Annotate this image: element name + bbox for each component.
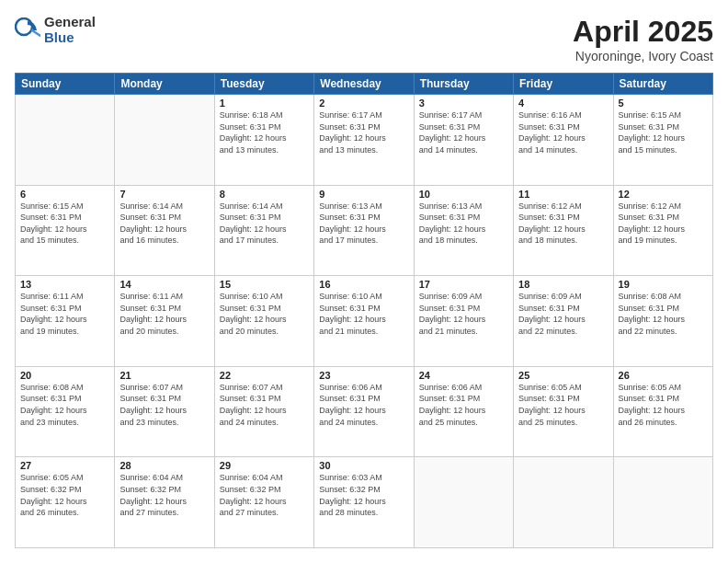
calendar-table: SundayMondayTuesdayWednesdayThursdayFrid… — [15, 73, 713, 548]
day-number: 11 — [518, 189, 608, 200]
calendar-cell: 25Sunrise: 6:05 AM Sunset: 6:31 PM Dayli… — [514, 366, 613, 457]
title-block: April 2025 Nyoroninge, Ivory Coast — [573, 15, 713, 63]
day-info: Sunrise: 6:10 AM Sunset: 6:31 PM Dayligh… — [220, 291, 309, 337]
calendar-header-tuesday: Tuesday — [214, 74, 313, 95]
logo-text: General Blue — [44, 15, 96, 45]
calendar-cell: 3Sunrise: 6:17 AM Sunset: 6:31 PM Daylig… — [414, 95, 513, 186]
calendar-cell: 22Sunrise: 6:07 AM Sunset: 6:31 PM Dayli… — [214, 366, 313, 457]
calendar-cell: 12Sunrise: 6:12 AM Sunset: 6:31 PM Dayli… — [613, 185, 712, 276]
day-number: 17 — [419, 279, 508, 290]
calendar-week-0: 1Sunrise: 6:18 AM Sunset: 6:31 PM Daylig… — [16, 95, 713, 186]
calendar-cell: 2Sunrise: 6:17 AM Sunset: 6:31 PM Daylig… — [314, 95, 414, 186]
day-info: Sunrise: 6:11 AM Sunset: 6:31 PM Dayligh… — [119, 291, 209, 337]
calendar-cell: 6Sunrise: 6:15 AM Sunset: 6:31 PM Daylig… — [16, 185, 115, 276]
day-number: 16 — [319, 279, 408, 290]
day-number: 14 — [119, 279, 209, 290]
day-number: 1 — [220, 98, 309, 109]
calendar-week-1: 6Sunrise: 6:15 AM Sunset: 6:31 PM Daylig… — [16, 185, 713, 276]
calendar-cell: 9Sunrise: 6:13 AM Sunset: 6:31 PM Daylig… — [314, 185, 414, 276]
day-info: Sunrise: 6:14 AM Sunset: 6:31 PM Dayligh… — [119, 201, 209, 247]
calendar-cell: 30Sunrise: 6:03 AM Sunset: 6:32 PM Dayli… — [314, 457, 414, 548]
day-info: Sunrise: 6:03 AM Sunset: 6:32 PM Dayligh… — [319, 472, 408, 518]
day-info: Sunrise: 6:12 AM Sunset: 6:31 PM Dayligh… — [518, 201, 608, 247]
day-info: Sunrise: 6:15 AM Sunset: 6:31 PM Dayligh… — [20, 201, 109, 247]
day-info: Sunrise: 6:04 AM Sunset: 6:32 PM Dayligh… — [220, 472, 309, 518]
day-info: Sunrise: 6:08 AM Sunset: 6:31 PM Dayligh… — [20, 382, 109, 428]
day-number: 18 — [518, 279, 608, 290]
day-number: 10 — [419, 189, 508, 200]
calendar-header-saturday: Saturday — [613, 74, 712, 95]
calendar-cell: 29Sunrise: 6:04 AM Sunset: 6:32 PM Dayli… — [214, 457, 313, 548]
day-number: 13 — [20, 279, 109, 290]
day-info: Sunrise: 6:05 AM Sunset: 6:31 PM Dayligh… — [619, 382, 708, 428]
calendar-header-sunday: Sunday — [16, 74, 115, 95]
calendar-cell: 11Sunrise: 6:12 AM Sunset: 6:31 PM Dayli… — [514, 185, 613, 276]
calendar-cell: 27Sunrise: 6:05 AM Sunset: 6:32 PM Dayli… — [16, 457, 115, 548]
day-info: Sunrise: 6:09 AM Sunset: 6:31 PM Dayligh… — [419, 291, 508, 337]
calendar-header-thursday: Thursday — [414, 74, 513, 95]
day-info: Sunrise: 6:15 AM Sunset: 6:31 PM Dayligh… — [619, 109, 708, 155]
day-number: 23 — [319, 370, 408, 381]
calendar-week-2: 13Sunrise: 6:11 AM Sunset: 6:31 PM Dayli… — [16, 276, 713, 367]
page: General Blue April 2025 Nyoroninge, Ivor… — [0, 0, 728, 563]
day-info: Sunrise: 6:04 AM Sunset: 6:32 PM Dayligh… — [119, 472, 209, 518]
day-number: 30 — [319, 460, 408, 471]
day-info: Sunrise: 6:18 AM Sunset: 6:31 PM Dayligh… — [220, 109, 309, 155]
svg-point-0 — [16, 18, 32, 35]
calendar-cell — [115, 95, 214, 186]
calendar-cell — [414, 457, 513, 548]
day-number: 19 — [619, 279, 708, 290]
calendar-cell: 10Sunrise: 6:13 AM Sunset: 6:31 PM Dayli… — [414, 185, 513, 276]
day-number: 3 — [419, 98, 508, 109]
calendar-cell: 13Sunrise: 6:11 AM Sunset: 6:31 PM Dayli… — [16, 276, 115, 367]
day-info: Sunrise: 6:08 AM Sunset: 6:31 PM Dayligh… — [619, 291, 708, 337]
day-number: 24 — [419, 370, 508, 381]
day-number: 29 — [220, 460, 309, 471]
calendar-cell: 1Sunrise: 6:18 AM Sunset: 6:31 PM Daylig… — [214, 95, 313, 186]
day-info: Sunrise: 6:12 AM Sunset: 6:31 PM Dayligh… — [619, 201, 708, 247]
calendar-header-monday: Monday — [115, 74, 214, 95]
calendar-cell: 15Sunrise: 6:10 AM Sunset: 6:31 PM Dayli… — [214, 276, 313, 367]
header: General Blue April 2025 Nyoroninge, Ivor… — [15, 15, 713, 63]
calendar-cell: 19Sunrise: 6:08 AM Sunset: 6:31 PM Dayli… — [613, 276, 712, 367]
calendar-cell: 21Sunrise: 6:07 AM Sunset: 6:31 PM Dayli… — [115, 366, 214, 457]
calendar-cell: 14Sunrise: 6:11 AM Sunset: 6:31 PM Dayli… — [115, 276, 214, 367]
day-number: 21 — [119, 370, 209, 381]
day-info: Sunrise: 6:05 AM Sunset: 6:32 PM Dayligh… — [20, 472, 109, 518]
calendar-header-friday: Friday — [514, 74, 613, 95]
calendar-cell: 26Sunrise: 6:05 AM Sunset: 6:31 PM Dayli… — [613, 366, 712, 457]
day-info: Sunrise: 6:13 AM Sunset: 6:31 PM Dayligh… — [319, 201, 408, 247]
calendar-cell: 8Sunrise: 6:14 AM Sunset: 6:31 PM Daylig… — [214, 185, 313, 276]
day-number: 9 — [319, 189, 408, 200]
calendar-cell: 18Sunrise: 6:09 AM Sunset: 6:31 PM Dayli… — [514, 276, 613, 367]
calendar-cell: 5Sunrise: 6:15 AM Sunset: 6:31 PM Daylig… — [613, 95, 712, 186]
day-info: Sunrise: 6:10 AM Sunset: 6:31 PM Dayligh… — [319, 291, 408, 337]
logo-icon — [15, 17, 40, 43]
title-month: April 2025 — [573, 15, 713, 49]
calendar-cell: 7Sunrise: 6:14 AM Sunset: 6:31 PM Daylig… — [115, 185, 214, 276]
day-info: Sunrise: 6:05 AM Sunset: 6:31 PM Dayligh… — [518, 382, 608, 428]
day-number: 12 — [619, 189, 708, 200]
day-number: 20 — [20, 370, 109, 381]
day-info: Sunrise: 6:06 AM Sunset: 6:31 PM Dayligh… — [319, 382, 408, 428]
calendar-cell — [16, 95, 115, 186]
calendar-cell: 28Sunrise: 6:04 AM Sunset: 6:32 PM Dayli… — [115, 457, 214, 548]
day-info: Sunrise: 6:09 AM Sunset: 6:31 PM Dayligh… — [518, 291, 608, 337]
day-number: 7 — [119, 189, 209, 200]
day-info: Sunrise: 6:11 AM Sunset: 6:31 PM Dayligh… — [20, 291, 109, 337]
day-info: Sunrise: 6:16 AM Sunset: 6:31 PM Dayligh… — [518, 109, 608, 155]
day-info: Sunrise: 6:14 AM Sunset: 6:31 PM Dayligh… — [220, 201, 309, 247]
day-info: Sunrise: 6:06 AM Sunset: 6:31 PM Dayligh… — [419, 382, 508, 428]
day-number: 4 — [518, 98, 608, 109]
calendar-header-wednesday: Wednesday — [314, 74, 414, 95]
day-info: Sunrise: 6:07 AM Sunset: 6:31 PM Dayligh… — [220, 382, 309, 428]
calendar-cell: 23Sunrise: 6:06 AM Sunset: 6:31 PM Dayli… — [314, 366, 414, 457]
calendar-cell: 4Sunrise: 6:16 AM Sunset: 6:31 PM Daylig… — [514, 95, 613, 186]
logo: General Blue — [15, 15, 96, 45]
title-location: Nyoroninge, Ivory Coast — [573, 49, 713, 63]
logo-general-text: General — [44, 15, 96, 30]
calendar-week-3: 20Sunrise: 6:08 AM Sunset: 6:31 PM Dayli… — [16, 366, 713, 457]
logo-blue-text: Blue — [44, 30, 96, 46]
day-number: 15 — [220, 279, 309, 290]
day-info: Sunrise: 6:17 AM Sunset: 6:31 PM Dayligh… — [419, 109, 508, 155]
